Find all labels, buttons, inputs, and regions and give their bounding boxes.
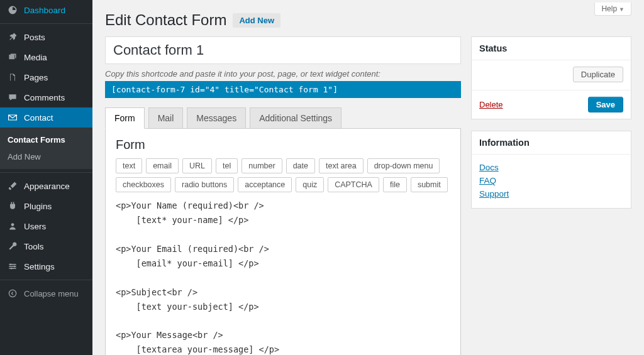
side-column: Status Duplicate Delete Save Information… [471,36,631,355]
mail-icon [6,112,19,123]
collapse-label: Collapse menu [24,289,79,298]
form-panel: Form text email URL tel number date text… [105,128,461,355]
sidebar-label-plugins: Plugins [24,202,52,211]
media-icon [6,52,19,62]
tag-number[interactable]: number [242,158,282,173]
status-box: Status Duplicate Delete Save [471,36,631,119]
brush-icon [6,181,19,191]
menu-separator [0,280,92,280]
sidebar-label-dashboard: Dashboard [24,6,65,15]
svg-point-4 [11,268,13,270]
sidebar-label-posts: Posts [24,33,45,42]
tag-acceptance[interactable]: acceptance [238,177,292,192]
status-title: Status [472,37,631,60]
duplicate-button[interactable]: Duplicate [573,67,623,82]
svg-point-1 [11,223,14,226]
pages-icon [6,72,19,82]
menu-separator [0,23,92,24]
sidebar-item-media[interactable]: Media [0,47,92,67]
svg-point-3 [14,266,16,268]
admin-sidebar: Dashboard Posts Media Pages Comments Con… [0,0,92,355]
add-new-button[interactable]: Add New [233,13,280,28]
info-link-support[interactable]: Support [479,187,623,200]
sidebar-item-plugins[interactable]: Plugins [0,196,92,216]
tag-text[interactable]: text [116,158,142,173]
tag-quiz[interactable]: quiz [296,177,324,192]
submenu-item-contact-forms[interactable]: Contact Forms [0,131,92,148]
tag-url[interactable]: URL [182,158,212,173]
sidebar-item-contact[interactable]: Contact [0,107,92,128]
tag-textarea[interactable]: text area [319,158,364,173]
shortcode-hint: Copy this shortcode and paste it into yo… [105,69,461,79]
form-title-input[interactable] [113,42,453,58]
sidebar-submenu-contact: Contact Forms Add New [0,128,92,169]
main-column: Copy this shortcode and paste it into yo… [105,36,461,355]
tab-messages[interactable]: Messages [187,107,246,129]
main-content: Help▼ Edit Contact Form Add New Copy thi… [92,0,644,355]
help-label: Help [601,4,617,13]
tag-file[interactable]: file [383,177,407,192]
tag-tel[interactable]: tel [216,158,238,173]
information-title: Information [472,131,631,155]
sidebar-label-comments: Comments [24,93,65,102]
sidebar-label-settings: Settings [24,262,55,271]
tag-dropdown[interactable]: drop-down menu [367,158,440,173]
sidebar-label-users: Users [24,222,46,231]
svg-point-2 [10,264,12,266]
sidebar-item-pages[interactable]: Pages [0,67,92,87]
tab-mail[interactable]: Mail [148,107,184,129]
delete-link[interactable]: Delete [479,100,503,109]
svg-point-0 [10,56,11,57]
form-code-editor[interactable]: <p>Your Name (required)<br /> [text* you… [116,199,450,355]
sidebar-item-tools[interactable]: Tools [0,236,92,256]
sidebar-item-posts[interactable]: Posts [0,27,92,47]
pin-icon [6,32,19,42]
chevron-down-icon: ▼ [619,6,625,13]
svg-point-5 [9,290,16,297]
sidebar-item-appearance[interactable]: Appearance [0,176,92,196]
sidebar-item-users[interactable]: Users [0,216,92,236]
tab-form[interactable]: Form [105,107,145,129]
sidebar-item-comments[interactable]: Comments [0,87,92,107]
sidebar-label-contact: Contact [24,113,53,123]
sidebar-label-pages: Pages [24,73,48,82]
tag-submit[interactable]: submit [411,177,448,192]
info-link-docs[interactable]: Docs [479,161,623,174]
sidebar-item-settings[interactable]: Settings [0,256,92,276]
tab-additional-settings[interactable]: Additional Settings [250,107,341,129]
tag-email[interactable]: email [146,158,179,173]
sidebar-label-media: Media [24,53,47,62]
page-title-text: Edit Contact Form [105,11,226,29]
info-link-faq[interactable]: FAQ [479,174,623,187]
page-heading: Edit Contact Form Add New [105,0,631,36]
user-icon [6,221,19,231]
tag-date[interactable]: date [286,158,315,173]
tag-button-row: text email URL tel number date text area… [116,158,450,192]
help-button[interactable]: Help▼ [594,3,631,16]
sliders-icon [6,261,19,271]
tab-bar: Form Mail Messages Additional Settings [105,107,461,129]
wrench-icon [6,241,19,251]
collapse-menu-button[interactable]: Collapse menu [0,283,92,303]
collapse-icon [6,288,19,298]
save-button[interactable]: Save [588,97,623,112]
shortcode-value[interactable]: [contact-form-7 id="4" title="Contact fo… [105,81,461,98]
tag-radio[interactable]: radio buttons [175,177,234,192]
information-box: Information Docs FAQ Support [471,131,631,209]
form-title-box [105,36,461,64]
submenu-item-add-new[interactable]: Add New [0,148,92,165]
panel-heading: Form [116,138,450,152]
tag-captcha[interactable]: CAPTCHA [328,177,379,192]
tag-checkboxes[interactable]: checkboxes [116,177,171,192]
comment-icon [6,92,19,102]
menu-separator [0,172,92,173]
dashboard-icon [6,5,19,15]
sidebar-item-dashboard[interactable]: Dashboard [0,0,92,20]
sidebar-label-tools: Tools [24,242,44,251]
sidebar-label-appearance: Appearance [24,182,70,191]
plug-icon [6,201,19,211]
